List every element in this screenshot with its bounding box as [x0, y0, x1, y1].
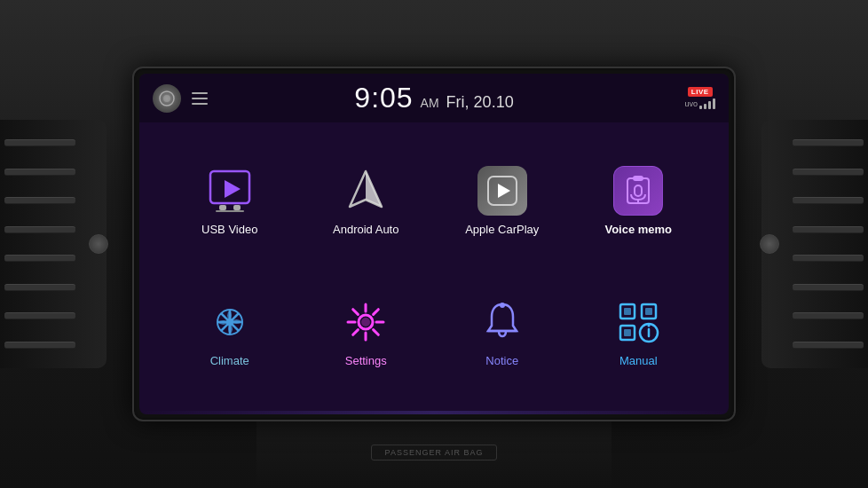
dashboard: 9:05 AM Fri, 20.10 LIVE uvo [0, 0, 868, 488]
menu-line [192, 92, 208, 94]
svg-point-31 [500, 303, 505, 308]
svg-rect-13 [635, 185, 642, 196]
notice-label: Notice [485, 354, 518, 367]
bottom-strip [139, 411, 729, 414]
live-badge: LIVE [688, 87, 713, 97]
menu-line [192, 98, 208, 99]
app-usb-video[interactable]: USB Video [166, 140, 294, 263]
voice-memo-label: Voice memo [604, 223, 672, 236]
screen-bezel: 9:05 AM Fri, 20.10 LIVE uvo [132, 67, 736, 421]
top-bar: 9:05 AM Fri, 20.10 LIVE uvo [139, 74, 729, 122]
svg-rect-6 [216, 210, 244, 212]
right-vent-knob[interactable] [760, 234, 779, 254]
svg-line-26 [353, 309, 359, 314]
voice-memo-icon [613, 166, 663, 216]
app-android-auto[interactable]: Android Auto [303, 140, 430, 263]
climate-label: Climate [210, 354, 249, 367]
top-left-area [153, 84, 208, 113]
infotainment-screen: 9:05 AM Fri, 20.10 LIVE uvo [139, 74, 729, 414]
svg-rect-35 [645, 308, 652, 315]
svg-marker-10 [498, 184, 510, 198]
vent-slat [4, 255, 75, 262]
app-settings[interactable]: Settings [303, 272, 430, 394]
app-grid: USB Video Android Auto [139, 122, 729, 411]
left-vent-knob[interactable] [89, 234, 108, 254]
vent-slat [793, 169, 864, 176]
svg-rect-37 [624, 329, 631, 336]
airbag-label: PASSENGER AIR BAG [371, 445, 498, 460]
logo-button[interactable] [153, 84, 181, 113]
app-climate[interactable]: Climate [166, 272, 294, 394]
svg-point-40 [648, 324, 651, 327]
svg-line-27 [374, 329, 379, 335]
usb-video-icon [205, 166, 255, 216]
menu-button[interactable] [192, 92, 208, 105]
vent-slat [4, 226, 75, 233]
vent-slat [793, 312, 864, 319]
app-notice[interactable]: Notice [438, 272, 566, 394]
signal-bar-2 [704, 104, 706, 109]
time-display: 9:05 AM Fri, 20.10 [354, 82, 513, 114]
vent-slat [793, 342, 864, 349]
android-auto-label: Android Auto [333, 223, 398, 236]
app-voice-memo[interactable]: Voice memo [575, 140, 703, 263]
svg-marker-3 [225, 180, 241, 198]
uvo-label: uvo [684, 99, 698, 108]
signal-bars [699, 98, 715, 109]
svg-line-29 [353, 329, 359, 335]
manual-icon [613, 297, 663, 347]
settings-label: Settings [345, 354, 387, 367]
vent-slat [4, 139, 75, 146]
vent-slat [793, 255, 864, 262]
signal-bar-1 [699, 106, 702, 109]
notice-icon [477, 297, 527, 347]
climate-icon [205, 297, 255, 347]
svg-point-20 [226, 319, 233, 326]
time-value: 9:05 [354, 82, 413, 114]
vent-slat [793, 197, 864, 204]
vent-slat [4, 284, 75, 291]
signal-bar-3 [708, 101, 711, 109]
vent-slat [793, 139, 864, 146]
vent-slat [793, 226, 864, 233]
svg-rect-33 [624, 308, 631, 315]
bottom-area: PASSENGER AIR BAG [256, 417, 612, 488]
menu-line [192, 103, 208, 105]
svg-line-28 [374, 309, 379, 314]
settings-icon [341, 297, 391, 347]
svg-rect-5 [233, 205, 241, 210]
apple-carplay-icon [477, 166, 527, 216]
date-value: Fri, 20.10 [446, 93, 514, 112]
svg-rect-4 [219, 205, 226, 210]
svg-point-1 [163, 95, 170, 102]
svg-rect-12 [633, 176, 643, 181]
svg-point-30 [361, 318, 370, 327]
vent-slat [793, 284, 864, 291]
vent-slat [4, 342, 75, 349]
app-manual[interactable]: Manual [575, 272, 703, 394]
time-ampm: AM [421, 96, 439, 110]
vent-slat [4, 169, 75, 176]
top-right-area: LIVE uvo [684, 87, 715, 109]
signal-bar-4 [713, 98, 715, 109]
vent-slat [4, 312, 75, 319]
manual-label: Manual [619, 354, 658, 367]
apple-carplay-label: Apple CarPlay [465, 223, 539, 236]
signal-area: uvo [684, 98, 715, 109]
app-apple-carplay[interactable]: Apple CarPlay [438, 140, 566, 263]
usb-video-label: USB Video [201, 223, 257, 236]
android-auto-icon [341, 166, 391, 216]
vent-slat [4, 197, 75, 204]
